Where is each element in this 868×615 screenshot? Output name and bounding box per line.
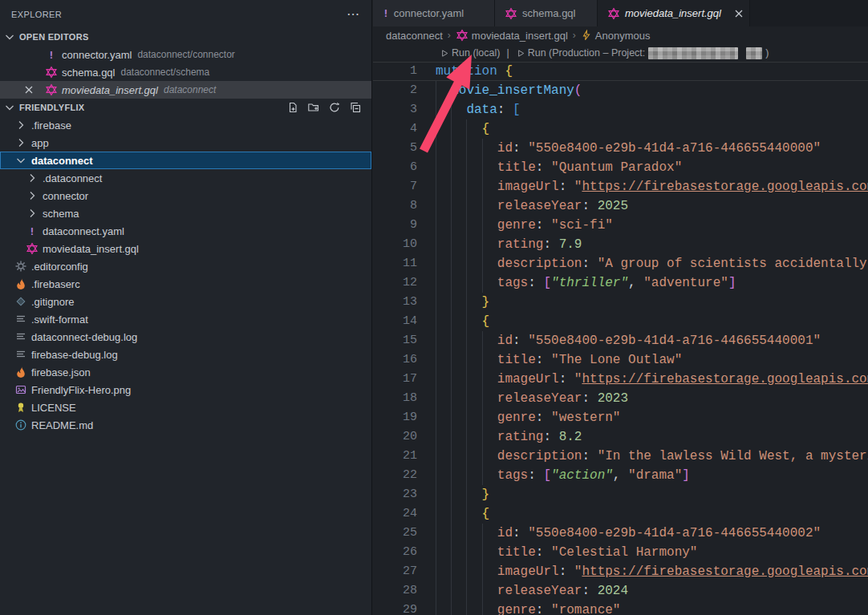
- line-number: 4: [373, 119, 417, 139]
- tree-file-firebase-debug-log[interactable]: firebase-debug.log: [0, 346, 371, 363]
- open-editors-header[interactable]: OPEN EDITORS: [0, 28, 371, 46]
- tree-file--editorconfig[interactable]: .editorconfig: [0, 257, 371, 275]
- code-text: genre: "romance": [436, 601, 620, 615]
- tab-moviedata-insert-gql[interactable]: moviedata_insert.gql: [598, 0, 750, 26]
- code-line: 12 tags: ["thriller", "adventure"]: [373, 273, 868, 293]
- breadcrumb-item[interactable]: dataconnect: [386, 30, 443, 42]
- tree-folder--firebase[interactable]: .firebase: [0, 116, 371, 134]
- code-line: 22 tags: ["action", "drama"]: [373, 466, 868, 485]
- tree-item-label: firebase.json: [31, 366, 91, 378]
- tab-connector-yaml[interactable]: !connector.yaml: [373, 0, 495, 26]
- tree-folder-app[interactable]: app: [0, 134, 371, 152]
- new-file-icon[interactable]: [286, 101, 299, 115]
- tree-item-label: connector: [43, 190, 88, 202]
- open-editor-item[interactable]: schema.gqldataconnect/schema: [0, 63, 371, 81]
- play-icon: [440, 48, 450, 59]
- open-editor-item[interactable]: !connector.yamldataconnect/connector: [0, 46, 371, 63]
- tree-item-label: firebase-debug.log: [31, 349, 118, 361]
- file-description: dataconnect/schema: [120, 67, 209, 78]
- breadcrumb-label: Anonymous: [595, 30, 651, 42]
- tree-file-license[interactable]: LICENSE: [0, 399, 371, 416]
- file-label: moviedata_insert.gql: [62, 84, 158, 96]
- tree-folder-schema[interactable]: schema: [0, 204, 371, 222]
- graphql-icon: [45, 83, 58, 96]
- code-line: 29 genre: "romance": [373, 601, 868, 615]
- collapse-all-icon[interactable]: [348, 101, 362, 115]
- code-area[interactable]: 1mutation {2 movie_insertMany(3 data: [4…: [373, 62, 868, 615]
- tree-item-label: LICENSE: [31, 402, 76, 414]
- tree-file--firebaserc[interactable]: .firebaserc: [0, 275, 371, 293]
- tree-file--gitignore[interactable]: .gitignore: [0, 293, 371, 310]
- flame-icon: [14, 277, 27, 290]
- workspace-header[interactable]: FRIENDLYFLIX: [0, 99, 371, 116]
- breadcrumb-item[interactable]: Anonymous: [581, 30, 651, 42]
- code-text: }: [436, 293, 489, 312]
- line-number: 5: [373, 139, 417, 158]
- code-text: id: "550e8400-e29b-41d4-a716-44665544000…: [436, 524, 821, 543]
- tree-file--swift-format[interactable]: .swift-format: [0, 310, 371, 328]
- chevron-right-icon: [26, 189, 39, 202]
- tree-item-label: FriendlyFlix-Hero.png: [31, 384, 131, 396]
- line-number: 15: [373, 331, 417, 350]
- line-number: 28: [373, 581, 417, 601]
- graphql-icon: [456, 29, 468, 42]
- code-text: description: "A group of scientists acci…: [436, 254, 868, 273]
- tree-folder-connector[interactable]: connector: [0, 187, 371, 204]
- list-icon: [14, 313, 27, 326]
- tree-file-dataconnect-yaml[interactable]: !dataconnect.yaml: [0, 222, 371, 240]
- code-line: 10 rating: 7.9: [373, 235, 868, 254]
- tree-file-dataconnect-debug-log[interactable]: dataconnect-debug.log: [0, 328, 371, 346]
- code-line: 20 rating: 8.2: [373, 427, 868, 447]
- code-text: description: "In the lawless Wild West, …: [436, 447, 868, 466]
- code-line: 2 movie_insertMany(: [373, 81, 868, 100]
- code-text: tags: ["action", "drama"]: [436, 466, 690, 485]
- code-text: {: [436, 119, 489, 139]
- close-icon[interactable]: [732, 7, 745, 20]
- play-icon: [516, 48, 526, 59]
- yaml-error-icon: !: [383, 7, 389, 19]
- ellipsis-icon[interactable]: ⋯: [347, 10, 360, 18]
- code-line: 8 releaseYear: 2025: [373, 196, 868, 216]
- code-line: 5 id: "550e8400-e29b-41d4-a716-446655440…: [373, 139, 868, 158]
- breadcrumb-item[interactable]: moviedata_insert.gql: [456, 29, 568, 42]
- run-local-link[interactable]: Run (local): [440, 47, 500, 59]
- chevron-down-icon: [14, 154, 27, 167]
- tree-file-firebase-json[interactable]: firebase.json: [0, 363, 371, 381]
- chevron-down-icon: [3, 101, 16, 114]
- line-number: 21: [373, 447, 417, 466]
- code-line: 24 {: [373, 504, 868, 524]
- close-icon[interactable]: [22, 83, 35, 96]
- tree-item-label: dataconnect: [31, 155, 93, 167]
- line-number: 13: [373, 293, 417, 312]
- code-text: movie_insertMany(: [436, 81, 582, 100]
- line-number: 11: [373, 254, 417, 273]
- code-line: 17 imageUrl: "https://firebasestorage.go…: [373, 370, 868, 389]
- tree-folder--dataconnect[interactable]: .dataconnect: [0, 169, 371, 187]
- tree-file-readme-md[interactable]: README.md: [0, 416, 371, 434]
- run-production-link[interactable]: Run (Production – Project:: [516, 47, 646, 59]
- code-text: }: [436, 485, 489, 504]
- tab-schema-gql[interactable]: schema.gql: [495, 0, 598, 26]
- codelens-separator: |: [506, 47, 509, 59]
- code-text: mutation {: [436, 62, 513, 81]
- line-number: 12: [373, 273, 417, 293]
- line-number: 6: [373, 158, 417, 177]
- tree-item-label: dataconnect.yaml: [43, 225, 124, 237]
- open-editor-item[interactable]: moviedata_insert.gqldataconnect: [0, 81, 371, 99]
- code-text: id: "550e8400-e29b-41d4-a716-44665544000…: [436, 139, 821, 158]
- refresh-icon[interactable]: [327, 101, 341, 115]
- code-text: tags: ["thriller", "adventure"]: [436, 273, 736, 293]
- new-folder-icon[interactable]: [306, 101, 320, 115]
- graphql-icon: [26, 242, 39, 255]
- vscode-window: EXPLORER ⋯ OPEN EDITORS !connector.yamld…: [0, 0, 868, 615]
- file-description: dataconnect: [164, 84, 216, 95]
- code-line: 11 description: "A group of scientists a…: [373, 254, 868, 273]
- line-number: 3: [373, 100, 417, 119]
- tree-file-friendlyflix-hero-png[interactable]: FriendlyFlix-Hero.png: [0, 381, 371, 399]
- line-number: 17: [373, 370, 417, 389]
- tree-file-moviedata-insert-gql[interactable]: moviedata_insert.gql: [0, 240, 371, 257]
- tree-folder-dataconnect[interactable]: dataconnect: [0, 152, 371, 169]
- code-text: releaseYear: 2023: [436, 389, 628, 408]
- exclaim-icon: !: [26, 225, 39, 237]
- code-line: 7 imageUrl: "https://firebasestorage.goo…: [373, 177, 868, 196]
